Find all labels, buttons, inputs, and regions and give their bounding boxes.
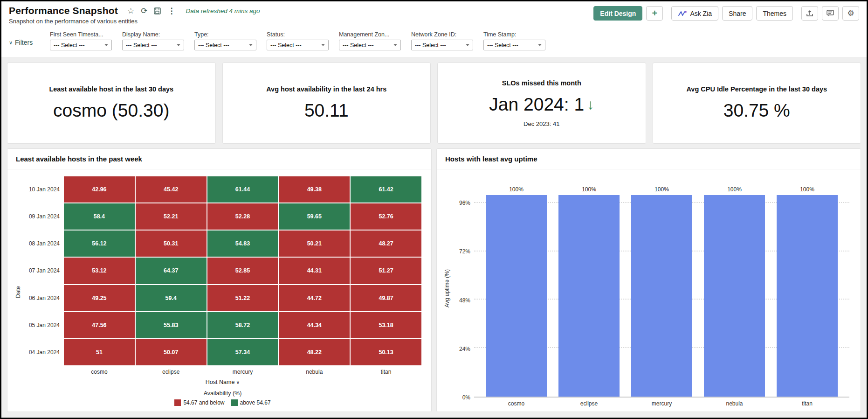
barchart-panel: Hosts with least avg uptime Avg uptime (… <box>436 148 861 412</box>
heatmap-cell-mercury-5[interactable]: 58.72 <box>207 312 279 339</box>
heatmap-cell-titan-3[interactable]: 51.27 <box>350 257 422 284</box>
heatmap-cell-titan-2[interactable]: 48.27 <box>350 230 422 257</box>
filter-label: Network Zone ID: <box>411 31 473 38</box>
heatmap-cell-eclipse-3[interactable]: 64.37 <box>135 257 207 284</box>
bar-nebula[interactable] <box>704 195 765 397</box>
legend-swatch-red <box>174 399 181 406</box>
bar-mercury[interactable] <box>631 195 692 397</box>
bar-eclipse[interactable] <box>558 195 620 397</box>
heatmap-cell-cosmo-5[interactable]: 47.56 <box>63 312 135 339</box>
heatmap-cell-cosmo-1[interactable]: 58.4 <box>63 203 135 230</box>
heatmap-cell-eclipse-2[interactable]: 50.31 <box>135 230 207 257</box>
heatmap-cell-mercury-3[interactable]: 52.85 <box>207 257 279 284</box>
heatmap-cell-nebula-1[interactable]: 59.65 <box>278 203 350 230</box>
heatmap-cell-cosmo-0[interactable]: 42.96 <box>63 176 135 203</box>
kebab-menu-icon[interactable]: ⋮ <box>167 6 175 16</box>
legend-item-low[interactable]: 54.67 and below <box>174 399 224 406</box>
filter-select-4[interactable]: --- Select --- <box>339 40 401 50</box>
heatmap-title: Least available hosts in the past week <box>7 149 431 169</box>
heatmap-xaxis-title[interactable]: Host Name ∨ <box>23 379 422 385</box>
settings-button[interactable]: ⚙ <box>842 6 859 21</box>
heatmap-cell-cosmo-2[interactable]: 56.12 <box>63 230 135 257</box>
comment-button[interactable] <box>822 6 839 21</box>
filters-toggle[interactable]: ∨ Filters <box>9 39 50 46</box>
chevron-down-icon: ∨ <box>9 40 13 46</box>
heatmap-cell-mercury-0[interactable]: 61.44 <box>207 176 279 203</box>
heatmap-cell-eclipse-6[interactable]: 50.07 <box>135 339 207 366</box>
kpi-card-1: Avg host availability in the last 24 hrs… <box>222 63 431 144</box>
barchart-x-label: mercury <box>631 400 692 407</box>
heatmap-cell-titan-6[interactable]: 50.13 <box>350 339 422 366</box>
filter-select-3[interactable]: --- Select --- <box>267 40 329 50</box>
star-icon[interactable]: ☆ <box>127 6 134 16</box>
heatmap-cell-eclipse-0[interactable]: 45.42 <box>135 176 207 203</box>
page-subtitle: Snapshot on the performance of various e… <box>9 18 260 25</box>
filter-select-2[interactable]: --- Select --- <box>194 40 256 50</box>
filters-bar: ∨ Filters First Seen Timesta...--- Selec… <box>1 27 867 57</box>
dropdown-arrow-icon <box>177 44 180 46</box>
heatmap-cell-eclipse-4[interactable]: 59.4 <box>135 285 207 312</box>
bar-titan[interactable] <box>777 195 838 397</box>
bar-value-label: 100% <box>654 186 669 193</box>
edit-design-button[interactable]: Edit Design <box>593 6 642 21</box>
kpi-card-title: Least available host in the last 30 days <box>49 85 173 93</box>
save-icon[interactable] <box>154 7 161 14</box>
heatmap-row-label: 10 Jan 2024 <box>23 176 63 203</box>
filter-item-2: Type:--- Select --- <box>194 31 256 50</box>
filter-select-1[interactable]: --- Select --- <box>122 40 184 50</box>
add-button[interactable]: + <box>646 6 663 21</box>
ask-zia-label: Ask Zia <box>690 10 712 17</box>
filter-select-6[interactable]: --- Select --- <box>483 40 545 50</box>
heatmap-cell-titan-0[interactable]: 61.42 <box>350 176 422 203</box>
heatmap-cell-titan-5[interactable]: 53.18 <box>350 312 422 339</box>
heatmap-x-label: mercury <box>207 369 279 375</box>
heatmap-cell-cosmo-4[interactable]: 49.25 <box>63 285 135 312</box>
themes-button[interactable]: Themes <box>756 6 793 21</box>
refresh-icon[interactable]: ⟳ <box>141 6 147 16</box>
page-title: Performance Snapshot <box>9 5 118 16</box>
heatmap-cell-nebula-0[interactable]: 49.38 <box>278 176 350 203</box>
kpi-value-text: 30.75 % <box>723 100 790 121</box>
bar-group-nebula: 100% <box>704 179 765 397</box>
comment-icon <box>827 10 834 17</box>
filter-select-0[interactable]: --- Select --- <box>50 40 112 50</box>
filter-label: Type: <box>194 31 256 38</box>
kpi-card-value: 50.11 <box>304 100 349 121</box>
filter-select-5[interactable]: --- Select --- <box>411 40 473 50</box>
barchart-x-label: cosmo <box>486 400 547 407</box>
heatmap-row-label: 06 Jan 2024 <box>23 285 63 312</box>
filter-select-value: --- Select --- <box>487 42 518 49</box>
heatmap-cell-cosmo-6[interactable]: 51 <box>63 339 135 366</box>
ask-zia-button[interactable]: Ask Zia <box>671 6 718 21</box>
legend-item-high[interactable]: above 54.67 <box>231 399 271 406</box>
heatmap-cell-mercury-4[interactable]: 51.22 <box>207 285 279 312</box>
heatmap-cell-nebula-2[interactable]: 50.21 <box>278 230 350 257</box>
kpi-card-title: Avg CPU Idle Percentage in the last 30 d… <box>686 85 827 93</box>
bar-group-titan: 100% <box>777 179 838 397</box>
share-button[interactable]: Share <box>722 6 752 21</box>
heatmap-cell-titan-1[interactable]: 52.76 <box>350 203 422 230</box>
barchart-x-label: eclipse <box>558 400 620 407</box>
heatmap-cell-mercury-6[interactable]: 57.34 <box>207 339 279 366</box>
heatmap-cell-nebula-6[interactable]: 48.22 <box>278 339 350 366</box>
heatmap-yaxis-title: Date <box>15 286 21 298</box>
heatmap-cell-mercury-1[interactable]: 52.28 <box>207 203 279 230</box>
filters-label: Filters <box>15 39 33 46</box>
barchart-bars: 100%100%100%100%100% <box>474 179 849 397</box>
heatmap-cell-eclipse-5[interactable]: 55.83 <box>135 312 207 339</box>
heatmap-cell-nebula-3[interactable]: 44.31 <box>278 257 350 284</box>
heatmap-grid: 10 Jan 202442.9645.4261.4449.3861.4209 J… <box>23 176 422 366</box>
heatmap-cell-cosmo-3[interactable]: 53.12 <box>63 257 135 284</box>
bar-cosmo[interactable] <box>486 195 547 397</box>
legend-title: Availability (%) <box>204 390 242 397</box>
heatmap-cell-nebula-5[interactable]: 44.34 <box>278 312 350 339</box>
heatmap-cell-titan-4[interactable]: 49.87 <box>350 285 422 312</box>
dropdown-arrow-icon <box>393 44 397 46</box>
export-button[interactable] <box>801 6 818 21</box>
spacer <box>23 369 63 375</box>
barchart-y-tick: 24% <box>459 346 470 352</box>
heatmap-cell-nebula-4[interactable]: 44.72 <box>278 285 350 312</box>
heatmap-cell-mercury-2[interactable]: 54.83 <box>207 230 279 257</box>
filter-item-1: Display Name:--- Select --- <box>122 31 184 50</box>
heatmap-cell-eclipse-1[interactable]: 52.21 <box>135 203 207 230</box>
